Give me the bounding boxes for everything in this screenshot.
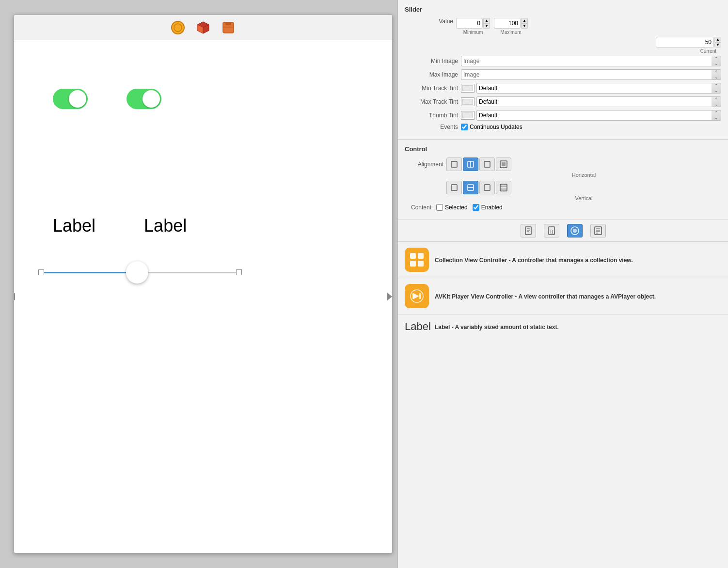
min-stepper: ▲ ▼ <box>483 18 490 29</box>
svg-point-29 <box>573 229 577 233</box>
canvas-area: Label Label <box>0 0 397 568</box>
min-track-tint-arrow[interactable]: ⌃⌄ <box>712 83 721 94</box>
box-icon[interactable] <box>221 20 236 35</box>
continuous-updates-checkbox[interactable] <box>461 124 468 130</box>
minimum-label: Minimum <box>463 30 483 35</box>
max-value-group: ▲ ▼ Maximum <box>494 18 528 35</box>
svg-rect-42 <box>412 293 414 299</box>
min-track-tint-swatch-inner <box>462 85 473 91</box>
align-bottom-btn[interactable] <box>479 181 495 194</box>
svg-rect-9 <box>451 161 457 167</box>
left-arrow-indicator <box>14 293 15 300</box>
label-preview-text: Label <box>405 320 429 333</box>
avkit-item[interactable]: AVKit Player View Controller - A view co… <box>398 278 728 315</box>
max-track-tint-swatch-inner <box>462 99 473 105</box>
svg-marker-40 <box>413 293 419 299</box>
vertical-label: Vertical <box>446 195 721 201</box>
align-left-btn[interactable] <box>446 158 462 171</box>
cube-icon[interactable] <box>195 20 211 35</box>
events-row: Events Continuous Updates <box>405 124 721 130</box>
tab-inspect[interactable] <box>567 224 583 237</box>
slider-track[interactable] <box>38 265 242 280</box>
slider-container[interactable] <box>38 265 392 280</box>
min-value-input[interactable] <box>456 18 483 29</box>
horizontal-alignment-buttons <box>446 158 511 171</box>
current-value-input[interactable] <box>656 37 714 47</box>
current-stepper-up[interactable]: ▲ <box>714 37 721 42</box>
slider-endpoint-left <box>38 269 44 275</box>
value-label: Value <box>410 18 453 25</box>
current-stepper-down[interactable]: ▼ <box>714 42 721 47</box>
max-image-row: Max Image ⌃⌄ <box>405 69 721 80</box>
selected-checkbox[interactable] <box>436 204 443 211</box>
collection-view-item[interactable]: Collection View Controller - A controlle… <box>398 242 728 278</box>
max-value-input-group: ▲ ▼ <box>494 18 528 29</box>
canvas-label-1: Label <box>53 216 95 236</box>
current-stepper: ▲ ▼ <box>714 37 721 47</box>
alignment-vertical-row <box>405 181 721 194</box>
align-top-btn[interactable] <box>446 181 462 194</box>
thumb-tint-swatch-inner <box>462 112 473 118</box>
thumb-tint-select: ⌃⌄ <box>476 110 721 121</box>
label-item[interactable]: Label Label - A variably sized amount of… <box>398 315 728 339</box>
value-minmax-row: Value ▲ ▼ Minimum ▲ ▼ <box>410 18 721 35</box>
tab-code[interactable]: {} <box>544 224 559 237</box>
max-track-tint-arrow[interactable]: ⌃⌄ <box>712 96 721 107</box>
slider-section: Slider Value ▲ ▼ Minimum ▲ <box>398 0 728 140</box>
right-arrow-indicator <box>387 293 392 300</box>
toggle-switch-1[interactable] <box>53 89 88 109</box>
align-fill-btn[interactable] <box>496 158 511 171</box>
circle-icon[interactable] <box>170 20 186 35</box>
max-value-input[interactable] <box>494 18 521 29</box>
thumb-tint-row: Thumb Tint ⌃⌄ <box>405 110 721 121</box>
max-track-tint-input[interactable] <box>476 96 712 107</box>
svg-rect-41 <box>419 293 421 299</box>
max-stepper: ▲ ▼ <box>521 18 528 29</box>
enabled-checkbox[interactable] <box>473 204 479 211</box>
svg-rect-36 <box>418 253 424 259</box>
min-track-tint-input[interactable] <box>476 83 712 94</box>
svg-rect-35 <box>410 253 416 259</box>
right-panel: Slider Value ▲ ▼ Minimum ▲ <box>397 0 728 568</box>
align-center-btn[interactable] <box>463 158 478 171</box>
thumb-tint-arrow[interactable]: ⌃⌄ <box>712 110 721 121</box>
control-section: Control Alignment <box>398 140 728 220</box>
max-image-input[interactable] <box>461 69 712 80</box>
enabled-label: Enabled <box>481 204 503 211</box>
max-stepper-down[interactable]: ▼ <box>521 23 528 29</box>
alignment-horizontal-row: Alignment <box>405 158 721 171</box>
min-image-input[interactable] <box>461 56 712 66</box>
content-label: Content <box>405 204 431 211</box>
toggle-switch-2[interactable] <box>127 89 161 109</box>
max-stepper-up[interactable]: ▲ <box>521 18 528 23</box>
thumb-tint-input[interactable] <box>476 110 712 121</box>
min-image-row: Min Image ⌃⌄ <box>405 56 721 66</box>
thumb-tint-swatch[interactable] <box>461 111 475 120</box>
align-middle-btn[interactable] <box>463 181 478 194</box>
max-track-tint-label: Max Track Tint <box>405 98 458 105</box>
max-image-dropdown-arrow[interactable]: ⌃⌄ <box>712 69 721 80</box>
slider-thumb[interactable] <box>126 261 148 284</box>
svg-text:{}: {} <box>550 229 553 234</box>
min-stepper-up[interactable]: ▲ <box>483 18 490 23</box>
min-track-tint-combo: ⌃⌄ <box>461 83 721 94</box>
canvas-content: Label Label <box>14 40 392 553</box>
toggle-knob-2 <box>142 90 160 108</box>
align-right-btn[interactable] <box>479 158 495 171</box>
tab-file[interactable] <box>521 224 536 237</box>
svg-rect-15 <box>451 185 457 190</box>
svg-point-0 <box>172 21 184 34</box>
min-stepper-down[interactable]: ▼ <box>483 23 490 29</box>
avkit-text: AVKit Player View Controller - A view co… <box>435 293 721 300</box>
slider-track-active <box>44 272 130 273</box>
align-fill-v-btn[interactable] <box>496 181 511 194</box>
tab-library[interactable] <box>590 224 606 237</box>
svg-rect-19 <box>500 184 507 191</box>
collection-view-text: Collection View Controller - A controlle… <box>435 256 721 264</box>
min-track-tint-swatch[interactable] <box>461 84 475 93</box>
max-track-tint-swatch[interactable] <box>461 97 475 106</box>
min-image-dropdown-arrow[interactable]: ⌃⌄ <box>712 56 721 66</box>
svg-rect-22 <box>525 227 531 235</box>
enabled-checkbox-item: Enabled <box>473 204 503 211</box>
max-track-tint-combo: ⌃⌄ <box>461 96 721 107</box>
